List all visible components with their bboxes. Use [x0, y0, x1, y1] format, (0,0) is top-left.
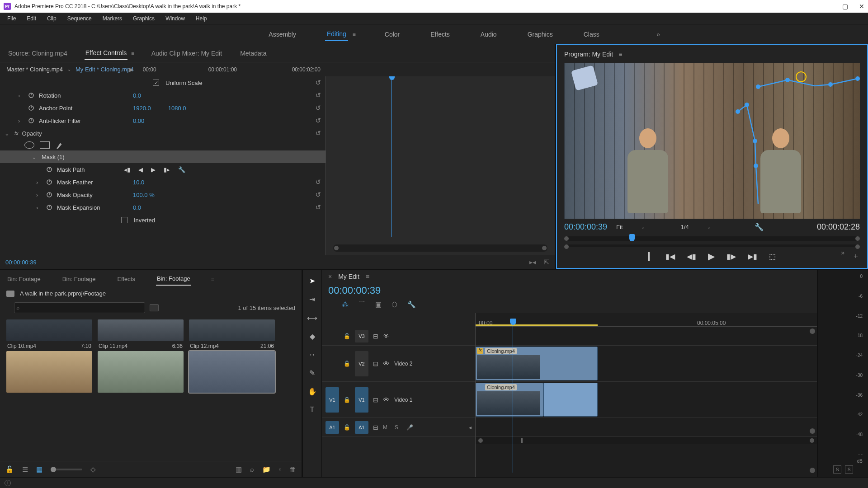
effect-controls-menu-icon[interactable]: ≡: [131, 51, 134, 56]
ec-footer-icon1[interactable]: ▸◂: [529, 258, 536, 266]
a1-collapse-icon[interactable]: ◂: [469, 424, 472, 431]
maskpath-stopwatch-icon[interactable]: [46, 166, 53, 173]
timeline-playhead[interactable]: [513, 322, 513, 473]
v1-source-patch[interactable]: V1: [326, 387, 339, 413]
opacity-collapse-icon[interactable]: ⌄: [5, 130, 11, 137]
step-back-icon[interactable]: ◀▮: [687, 252, 696, 261]
expansion-value[interactable]: 0.0: [133, 204, 155, 211]
anchor-reset-icon[interactable]: ↻: [315, 104, 321, 112]
track-forward-one-icon[interactable]: ▮▸: [164, 166, 170, 173]
ec-toggle-timeline-icon[interactable]: ▶: [129, 66, 133, 73]
workspace-graphics[interactable]: Graphics: [526, 28, 555, 41]
program-viewport[interactable]: [564, 63, 860, 219]
go-to-out-icon[interactable]: ▶▮: [748, 252, 757, 261]
v2-sync-lock-icon[interactable]: ⊟: [373, 360, 378, 367]
hand-tool-icon[interactable]: ✋: [308, 387, 317, 396]
icon-view-icon[interactable]: ▦: [36, 465, 42, 474]
tab-effect-controls[interactable]: Effect Controls: [85, 47, 128, 60]
timeline-close-icon[interactable]: ×: [328, 273, 332, 280]
timeline-menu-icon[interactable]: ≡: [366, 273, 369, 280]
a1-lock-icon[interactable]: 🔓: [344, 424, 350, 431]
program-settings-icon[interactable]: 🔧: [755, 223, 764, 231]
new-item-icon[interactable]: ▫: [279, 465, 281, 473]
lock-icon[interactable]: 🔓: [5, 465, 14, 474]
program-monitor-menu-icon[interactable]: ≡: [618, 51, 622, 58]
filter-bin-icon[interactable]: [150, 304, 159, 311]
pen-tool-icon[interactable]: ✎: [309, 369, 315, 377]
workspace-overflow-icon[interactable]: »: [656, 31, 660, 38]
a1-sync-lock-icon[interactable]: ⊟: [373, 424, 378, 431]
current-clip-label[interactable]: My Edit * Cloning.mp4: [75, 66, 134, 73]
rotation-expand-icon[interactable]: ›: [18, 92, 24, 99]
track-v3[interactable]: [476, 327, 817, 346]
thumbnail-size-slider[interactable]: [51, 469, 82, 470]
rotation-value[interactable]: 0.0: [133, 92, 155, 99]
delete-icon[interactable]: 🗑: [289, 465, 296, 473]
track-header-v2[interactable]: 🔓 V2 ⊟ 👁 Video 2: [322, 346, 475, 382]
tab-bin-footage-3[interactable]: Bin: Footage: [156, 272, 191, 286]
ec-horizontal-scroll[interactable]: [333, 244, 547, 252]
track-v2[interactable]: fx Cloning.mp4: [476, 346, 817, 382]
project-item[interactable]: Clip 11.mp46:36: [98, 319, 184, 393]
feather-value[interactable]: 10.0: [133, 179, 158, 186]
menu-clip[interactable]: Clip: [42, 14, 61, 23]
menu-sequence[interactable]: Sequence: [63, 14, 96, 23]
work-area-bar[interactable]: [476, 324, 598, 326]
selection-tool-icon[interactable]: ➤: [309, 277, 315, 285]
anchor-x-value[interactable]: 1920.0: [133, 105, 165, 112]
ec-keyframe-area[interactable]: [326, 76, 555, 255]
a1-voice-over-icon[interactable]: 🎤: [406, 424, 413, 431]
track-select-tool-icon[interactable]: ⇥: [309, 295, 315, 304]
tab-bin-footage-1[interactable]: Bin: Footage: [6, 273, 42, 285]
program-timecode-current[interactable]: 00:00:00:39: [564, 222, 607, 232]
antiflicker-expand-icon[interactable]: ›: [18, 117, 24, 124]
track-v1[interactable]: Cloning.mp4: [476, 382, 817, 418]
feather-stopwatch-icon[interactable]: [46, 178, 53, 186]
ec-footer-icon2[interactable]: ⇱: [544, 258, 549, 266]
a1-target-patch[interactable]: A1: [355, 421, 368, 434]
pen-mask-icon[interactable]: [55, 141, 62, 149]
anchor-y-value[interactable]: 1080.0: [168, 105, 200, 112]
timeline-ruler[interactable]: :00:00 00:00:05:00: [476, 313, 817, 327]
solo-left-button[interactable]: S: [833, 465, 841, 474]
rectangle-mask-icon[interactable]: [40, 141, 50, 149]
solo-right-button[interactable]: S: [845, 465, 853, 474]
expansion-stopwatch-icon[interactable]: [46, 204, 53, 211]
antiflicker-reset-icon[interactable]: ↻: [315, 117, 321, 125]
new-bin-icon[interactable]: 📁: [262, 465, 271, 474]
expansion-reset-icon[interactable]: ↻: [315, 203, 321, 211]
tab-audio-clip-mixer[interactable]: Audio Clip Mixer: My Edit: [151, 47, 223, 60]
add-marker-icon[interactable]: ▣: [375, 300, 382, 309]
master-clip-label[interactable]: Master * Cloning.mp4: [6, 66, 63, 73]
menu-graphics[interactable]: Graphics: [128, 14, 159, 23]
v1-lock-icon[interactable]: 🔓: [344, 397, 350, 403]
rotation-reset-icon[interactable]: ↻: [315, 91, 321, 99]
clip-v1[interactable]: Cloning.mp4: [476, 383, 543, 417]
track-back-one-icon[interactable]: ◂▮: [124, 166, 130, 173]
track-reverse-icon[interactable]: ◀: [138, 166, 143, 173]
v3-visibility-icon[interactable]: 👁: [383, 332, 390, 340]
zoom-fit-select[interactable]: Fit⌄: [616, 224, 644, 230]
track-a1[interactable]: [476, 418, 817, 437]
scroll-handle-icon[interactable]: [810, 468, 815, 473]
expansion-expand-icon[interactable]: ›: [36, 204, 42, 211]
tab-source[interactable]: Source: Cloning.mp4: [7, 47, 68, 60]
find-icon[interactable]: ⌕: [250, 465, 254, 473]
lift-icon[interactable]: ⬚: [769, 252, 776, 261]
v3-sync-lock-icon[interactable]: ⊟: [373, 333, 378, 340]
v2-lock-icon[interactable]: 🔓: [344, 361, 350, 367]
program-zoom-bar[interactable]: [564, 244, 860, 247]
transport-overflow-icon[interactable]: »: [841, 249, 844, 256]
ellipse-mask-icon[interactable]: [24, 141, 34, 149]
scroll-handle-icon[interactable]: [810, 328, 815, 334]
timeline-tracks-area[interactable]: :00:00 00:00:05:00 fx Cloning.mp4: [476, 313, 817, 477]
minimize-button[interactable]: —: [825, 3, 831, 10]
project-item[interactable]: Clip 12.mp421:06: [189, 319, 275, 393]
mask1-collapse-icon[interactable]: ⌄: [32, 154, 38, 160]
timeline-timecode[interactable]: 00:00:00:39: [328, 285, 381, 296]
mask-opacity-value[interactable]: 100.0 %: [133, 192, 168, 198]
clip-v2[interactable]: fx Cloning.mp4: [476, 347, 598, 380]
mask-opacity-expand-icon[interactable]: ›: [36, 192, 42, 198]
play-icon[interactable]: ▶: [708, 251, 715, 262]
rotation-stopwatch-icon[interactable]: [28, 92, 35, 99]
